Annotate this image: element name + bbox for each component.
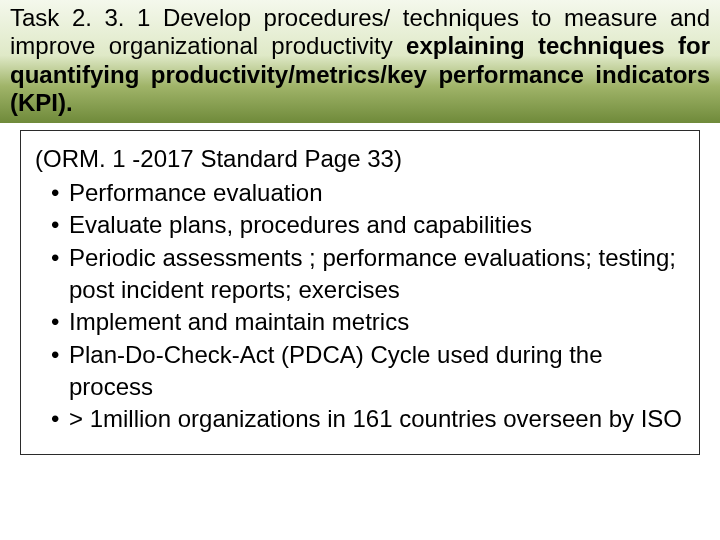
list-item: > 1million organizations in 161 countrie… <box>35 403 685 435</box>
slide: Task 2. 3. 1 Develop procedures/ techniq… <box>0 0 720 540</box>
bullet-list: Performance evaluation Evaluate plans, p… <box>35 177 685 435</box>
standard-reference: (ORM. 1 -2017 Standard Page 33) <box>35 143 685 175</box>
list-item: Performance evaluation <box>35 177 685 209</box>
content-box: (ORM. 1 -2017 Standard Page 33) Performa… <box>20 130 700 455</box>
slide-title: Task 2. 3. 1 Develop procedures/ techniq… <box>0 0 720 123</box>
list-item: Plan-Do-Check-Act (PDCA) Cycle used duri… <box>35 339 685 402</box>
list-item: Periodic assessments ; performance evalu… <box>35 242 685 305</box>
list-item: Implement and maintain metrics <box>35 306 685 338</box>
list-item: Evaluate plans, procedures and capabilit… <box>35 209 685 241</box>
